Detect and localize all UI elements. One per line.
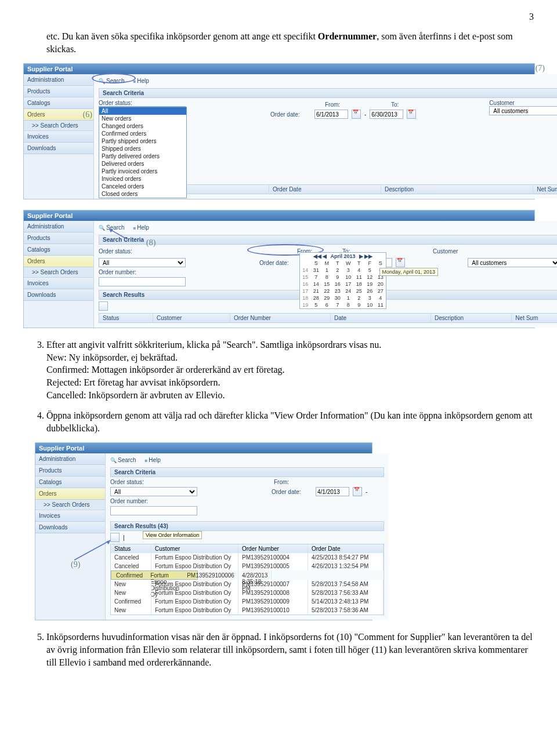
calendar-icon[interactable] (352, 110, 361, 119)
intro-paragraph: etc. Du kan även söka specifika inköpsor… (23, 30, 534, 55)
order-status-label: Order status: (99, 100, 186, 106)
customer-label: Customer (489, 100, 557, 106)
dropdown-item[interactable]: Shipped orders (99, 145, 186, 152)
sidebar-sub-search-orders[interactable]: >> Search Orders (7) (24, 121, 93, 131)
search-button[interactable]: Search (99, 224, 125, 231)
order-status-label: Order status: (110, 479, 151, 485)
col-status: Status (111, 544, 151, 553)
from-label: From: (325, 101, 346, 108)
help-button[interactable]: Help (133, 78, 149, 84)
sidebar: Administration Products Catalogs Orders … (24, 74, 94, 199)
dp-row[interactable]: 1431123456 (300, 267, 386, 274)
dp-row[interactable]: 1721222324252627 (300, 288, 386, 295)
sidebar-item-catalogs[interactable]: Catalogs (24, 97, 93, 109)
sidebar-item-products[interactable]: Products (24, 86, 93, 97)
dp-row[interactable]: 1578910111213 (300, 274, 386, 281)
dropdown-item[interactable]: Partly delivered orders (99, 152, 186, 160)
dropdown-item[interactable]: Invoiced orders (99, 175, 186, 183)
order-number-input[interactable] (99, 277, 186, 286)
dropdown-item[interactable]: Partly shipped orders (99, 137, 186, 145)
customer-label: Customer (433, 248, 458, 255)
sidebar-sub-search-orders[interactable]: >> Search Orders (35, 500, 105, 510)
to-date-input[interactable] (370, 110, 403, 119)
toolbar: Search Help (99, 223, 557, 233)
sidebar: Administration Products Catalogs Orders … (24, 221, 94, 328)
result-header: Status Customer Order Number Date Descri… (99, 313, 557, 323)
sidebar-item-downloads[interactable]: Downloads (24, 289, 93, 301)
order-status-select[interactable]: All (99, 258, 186, 267)
svg-marker-3 (106, 540, 110, 544)
sidebar-item-products[interactable]: Products (35, 465, 105, 477)
table-row-selected[interactable]: ConfirmedFortum Espoo Distribution OyPM1… (111, 570, 198, 580)
table-row[interactable]: ConfirmedFortum Espoo Distribution OyPM1… (111, 597, 384, 606)
sidebar-item-admin[interactable]: Administration (24, 221, 93, 232)
calendar-icon[interactable] (407, 110, 416, 119)
toolbar: Search Help (99, 77, 557, 86)
order-number-label: Order number: (110, 498, 151, 504)
sidebar-item-downloads[interactable]: Downloads (35, 522, 105, 533)
order-status-label: Order status: (99, 248, 139, 255)
dp-next-icon[interactable]: ▶ ▶▶ (359, 253, 373, 259)
sidebar-item-catalogs[interactable]: Catalogs (35, 477, 105, 488)
dropdown-item[interactable]: Partly invoiced orders (99, 168, 186, 175)
from-date-input[interactable] (316, 487, 349, 496)
order-status-select[interactable]: All (110, 487, 197, 496)
dropdown-item[interactable]: All (99, 107, 186, 115)
list-item-3: Efter att angivit valfritt sökkriterium,… (46, 339, 534, 401)
sidebar-item-orders[interactable]: Orders (6) (24, 109, 93, 121)
col-description: Description (431, 314, 512, 322)
sidebar-item-orders[interactable]: Orders (35, 488, 105, 500)
sidebar-sub-label: >> Search Orders (32, 122, 78, 129)
dp-row[interactable]: 182829301234 (300, 295, 386, 301)
table-row[interactable]: NewFortum Espoo Distribution OyPM1395291… (111, 580, 384, 588)
dropdown-item[interactable]: Changed orders (99, 122, 186, 130)
dp-row[interactable]: 19567891011 (300, 301, 386, 308)
sidebar-item-invoices[interactable]: Invoices (24, 131, 93, 143)
order-number-input[interactable] (110, 506, 197, 515)
dp-prev-icon[interactable]: ◀◀ ◀ (313, 253, 327, 259)
calendar-icon[interactable] (353, 487, 362, 496)
sidebar-item-admin[interactable]: Administration (24, 74, 93, 86)
view-order-icon[interactable] (99, 301, 108, 311)
search-button[interactable]: Search (110, 457, 136, 463)
dropdown-item[interactable]: New orders (99, 115, 186, 122)
col-description: Description (381, 185, 533, 194)
sidebar-item-catalogs[interactable]: Catalogs (24, 244, 93, 256)
view-order-icon[interactable] (110, 533, 120, 542)
item3-lead: Efter att angivit valfritt sökkriterium,… (46, 340, 381, 350)
sidebar-item-invoices[interactable]: Invoices (35, 510, 105, 522)
search-button[interactable]: Search (99, 78, 125, 84)
portal-header: Supplier Portal (35, 443, 372, 453)
datepicker[interactable]: ◀◀ ◀ April 2013 ▶ ▶▶ SMTWTFS 1431123456 … (299, 252, 386, 309)
sidebar-item-invoices[interactable]: Invoices (24, 278, 93, 289)
help-button[interactable]: Help (144, 457, 160, 463)
search-results-title: Search Results (43) (110, 521, 384, 531)
order-date-label: Order date: (259, 260, 300, 266)
calendar-icon[interactable] (396, 258, 405, 267)
customer-select[interactable]: All customers (489, 106, 557, 115)
sidebar-item-orders[interactable]: Orders (24, 256, 93, 267)
from-date-input[interactable] (314, 110, 348, 119)
help-button[interactable]: Help (133, 224, 149, 231)
screenshot-2: Supplier Portal Administration Products … (23, 210, 535, 328)
dropdown-item[interactable]: Canceled orders (99, 183, 186, 190)
sidebar-sub-search-orders[interactable]: >> Search Orders (24, 267, 93, 278)
dropdown-item[interactable]: Confirmed orders (99, 130, 186, 137)
datepicker-header: ◀◀ ◀ April 2013 ▶ ▶▶ (300, 253, 386, 260)
sidebar-item-admin[interactable]: Administration (35, 453, 105, 465)
table-row[interactable]: CanceledFortum Espoo Distribution OyPM13… (111, 562, 384, 570)
dp-row[interactable]: 1614151617181920 (300, 281, 386, 288)
order-date-label: Order date: (272, 489, 312, 495)
table-row[interactable]: NewFortum Espoo Distribution OyPM1395291… (111, 588, 384, 597)
status-dropdown[interactable]: All New orders Changed orders Confirmed … (99, 107, 187, 198)
search-criteria-title: Search Criteria (99, 88, 557, 98)
sidebar-item-orders-label: Orders (27, 111, 45, 118)
table-row[interactable]: NewFortum Espoo Distribution OyPM1395291… (111, 606, 384, 615)
dropdown-item[interactable]: Closed orders (99, 190, 186, 198)
customer-select[interactable]: All customers (468, 258, 557, 267)
dp-month: April 2013 (330, 253, 355, 259)
table-row[interactable]: CanceledFortum Espoo Distribution OyPM13… (111, 553, 384, 562)
sidebar-item-products[interactable]: Products (24, 232, 93, 244)
dropdown-item[interactable]: Delivered orders (99, 160, 186, 168)
sidebar-item-downloads[interactable]: Downloads (24, 143, 93, 154)
